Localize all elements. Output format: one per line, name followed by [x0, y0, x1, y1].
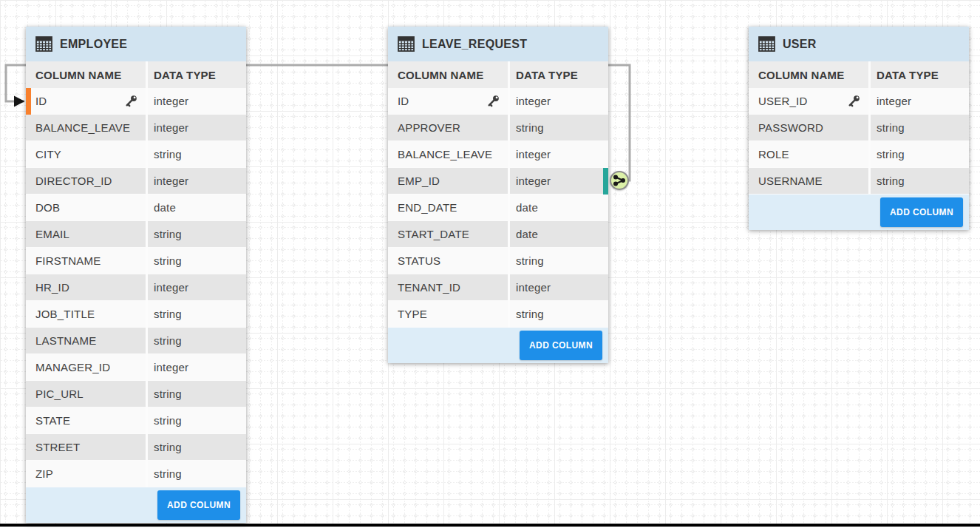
table-row[interactable]: CITY string [26, 141, 246, 168]
table-row[interactable]: PIC_URL string [26, 381, 246, 407]
column-name: STREET [35, 441, 80, 453]
column-name: BALANCE_LEAVE [398, 148, 492, 160]
table-row[interactable]: ZIP string [26, 461, 246, 487]
table-header[interactable]: LEAVE_REQUEST [388, 27, 608, 61]
table-footer: ADD COLUMN [388, 328, 608, 363]
table-rows: ID integer [26, 88, 246, 487]
column-data-type: string [154, 228, 182, 240]
schema-canvas[interactable]: EMPLOYEE COLUMN NAME DATA TYPE ID [0, 0, 980, 524]
column-data-type: string [154, 148, 182, 160]
table-row[interactable]: DIRECTOR_ID integer [26, 168, 246, 195]
column-name: TENANT_ID [398, 281, 460, 294]
column-data-type: date [516, 228, 538, 240]
column-data-type: integer [516, 148, 551, 160]
column-header-row: COLUMN NAME DATA TYPE [749, 61, 969, 88]
column-data-type: date [154, 201, 176, 214]
table-row[interactable]: HR_ID integer [26, 274, 246, 301]
column-name: EMP_ID [398, 175, 440, 187]
table-leave-request[interactable]: LEAVE_REQUEST COLUMN NAME DATA TYPE ID [388, 27, 608, 363]
table-grid-icon [758, 36, 775, 52]
column-name: ZIP [35, 467, 53, 480]
table-row[interactable]: TYPE string [388, 301, 608, 328]
column-data-type: integer [154, 121, 188, 134]
column-data-type: string [154, 334, 182, 347]
column-data-type: integer [154, 361, 188, 373]
table-row[interactable]: ID integer [388, 88, 608, 115]
table-grid-icon [35, 36, 52, 52]
table-row[interactable]: BALANCE_LEAVE integer [26, 115, 246, 141]
column-data-type: string [154, 467, 182, 480]
table-row[interactable]: EMP_ID integer [388, 168, 608, 195]
column-name: FIRSTNAME [35, 254, 101, 267]
table-footer: ADD COLUMN [749, 195, 969, 230]
relationship-source-marker [26, 88, 31, 115]
table-rows: ID integer [388, 88, 608, 328]
add-column-button[interactable]: ADD COLUMN [157, 490, 240, 520]
column-name: PASSWORD [758, 121, 823, 134]
column-data-type: string [877, 121, 905, 134]
column-data-type: string [516, 308, 544, 320]
table-row[interactable]: STATE string [26, 407, 246, 434]
table-row[interactable]: APPROVER string [388, 115, 608, 141]
table-row[interactable]: USERNAME string [749, 168, 969, 195]
table-row[interactable]: PASSWORD string [749, 115, 969, 141]
relationship-target-marker [603, 168, 608, 195]
table-row[interactable]: START_DATE date [388, 221, 608, 248]
table-row[interactable]: FIRSTNAME string [26, 248, 246, 274]
table-row[interactable]: BALANCE_LEAVE integer [388, 141, 608, 168]
column-data-type: string [516, 121, 544, 134]
column-data-type: integer [154, 95, 188, 107]
column-name: APPROVER [398, 121, 460, 134]
column-header-row: COLUMN NAME DATA TYPE [388, 61, 608, 88]
table-row[interactable]: ROLE string [749, 141, 969, 168]
table-row[interactable]: TENANT_ID integer [388, 274, 608, 301]
table-user[interactable]: USER COLUMN NAME DATA TYPE USER_ID [749, 27, 969, 230]
relationship-many-connector-icon[interactable] [610, 171, 629, 190]
table-grid-icon [398, 36, 415, 52]
table-title: EMPLOYEE [60, 38, 127, 51]
table-employee[interactable]: EMPLOYEE COLUMN NAME DATA TYPE ID [26, 27, 246, 523]
column-name: END_DATE [398, 201, 457, 214]
column-name: TYPE [398, 308, 427, 320]
canvas-bottom-edge [0, 524, 980, 527]
column-name-header: COLUMN NAME [26, 61, 146, 88]
table-footer: ADD COLUMN [26, 487, 246, 523]
table-row[interactable]: ID integer [26, 88, 246, 115]
column-data-type: integer [516, 281, 551, 294]
table-rows: USER_ID integer [749, 88, 969, 195]
table-row[interactable]: MANAGER_ID integer [26, 354, 246, 381]
table-row[interactable]: JOB_TITLE string [26, 301, 246, 328]
column-data-type: string [154, 388, 182, 400]
table-row[interactable]: DOB date [26, 195, 246, 221]
add-column-button[interactable]: ADD COLUMN [880, 197, 963, 227]
add-column-button[interactable]: ADD COLUMN [520, 331, 602, 360]
table-row[interactable]: END_DATE date [388, 195, 608, 221]
table-header[interactable]: EMPLOYEE [26, 27, 246, 61]
column-name: STATE [35, 414, 70, 427]
column-name: EMAIL [35, 228, 69, 240]
table-row[interactable]: USER_ID integer [749, 88, 969, 115]
column-name: USERNAME [758, 175, 823, 187]
column-name: JOB_TITLE [35, 308, 95, 320]
column-name: CITY [35, 148, 61, 160]
column-name: LASTNAME [35, 334, 96, 347]
column-name: HR_ID [35, 281, 69, 294]
table-header[interactable]: USER [749, 27, 969, 61]
column-header-row: COLUMN NAME DATA TYPE [26, 61, 246, 88]
data-type-header: DATA TYPE [510, 61, 608, 88]
column-name-header: COLUMN NAME [388, 61, 508, 88]
table-row[interactable]: STREET string [26, 434, 246, 461]
table-row[interactable]: STATUS string [388, 248, 608, 274]
column-data-type: string [154, 308, 182, 320]
column-name: STATUS [398, 254, 440, 267]
table-row[interactable]: EMAIL string [26, 221, 246, 248]
column-data-type: integer [877, 95, 911, 107]
column-name: ID [35, 95, 47, 107]
column-data-type: string [154, 441, 182, 453]
table-row[interactable]: LASTNAME string [26, 328, 246, 354]
column-data-type: string [877, 148, 905, 160]
column-data-type: integer [516, 95, 551, 107]
column-name: ROLE [758, 148, 789, 160]
data-type-header: DATA TYPE [871, 61, 969, 88]
column-data-type: integer [154, 281, 188, 294]
